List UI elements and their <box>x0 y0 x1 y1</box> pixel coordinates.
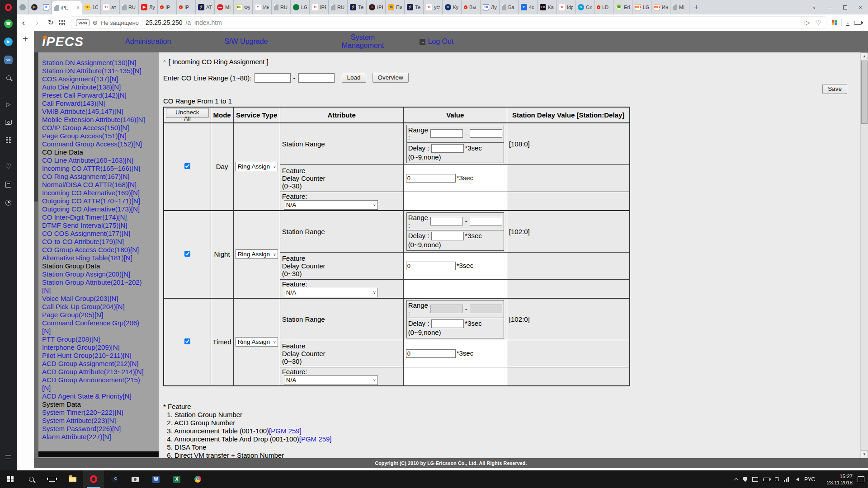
file-explorer-icon[interactable] <box>62 470 83 488</box>
tab[interactable]: ✉Пи <box>386 0 405 14</box>
nav-link[interactable]: Station DN Assignment(130)[N] <box>42 59 147 67</box>
overview-button[interactable]: Overview <box>373 73 409 83</box>
task-view-button[interactable] <box>42 470 62 488</box>
tab[interactable]: RU <box>120 0 139 14</box>
range-from-input[interactable] <box>430 129 463 138</box>
feature-delay-input[interactable] <box>406 262 456 270</box>
nav-link[interactable]: Pilot Hunt Group(210~211)[N] <box>42 352 147 360</box>
co-line-from-input[interactable] <box>255 73 291 83</box>
tab[interactable]: ●IPE <box>367 0 386 14</box>
nav-link[interactable]: Auto Dial Attribute(138)[N] <box>42 83 147 91</box>
tab[interactable]: Яуст <box>424 0 443 14</box>
service-type-select[interactable]: Ring Assign∨ <box>236 249 278 259</box>
language-indicator[interactable]: РУС <box>804 476 815 483</box>
tab[interactable]: LD <box>594 0 613 14</box>
nav-link[interactable]: System Timer(220~222)[N] <box>42 408 147 417</box>
bookmarks-icon[interactable]: ♡ <box>0 157 17 175</box>
maximize-icon[interactable] <box>837 0 853 14</box>
whatsapp-icon[interactable]: ☎ <box>0 14 17 33</box>
opera-icon[interactable] <box>83 470 104 488</box>
history-icon[interactable] <box>0 193 17 211</box>
nav-link[interactable]: Call Pick-Up Group(204)[N] <box>42 303 147 311</box>
nav-link[interactable]: Preset Call Forward(142)[N] <box>42 91 147 99</box>
tray-expand-icon[interactable] <box>735 477 738 482</box>
mode-checkbox[interactable] <box>184 163 190 169</box>
uncheck-all-button[interactable]: Uncheck All <box>166 108 209 118</box>
opera-menu-button[interactable] <box>0 0 17 14</box>
nav-link[interactable]: CO-to-CO Attribute(179)[N] <box>42 238 147 246</box>
network-icon[interactable] <box>784 477 789 482</box>
nav-link[interactable]: COS Assignment(137)[N] <box>42 75 147 83</box>
tab[interactable]: ЯIdр <box>557 0 576 14</box>
tab[interactable]: LG <box>291 0 310 14</box>
share-icon[interactable]: ▷ <box>805 19 810 27</box>
telegram-icon[interactable]: ▶ <box>0 33 17 51</box>
speed-dial-icon[interactable] <box>59 20 65 25</box>
co-line-to-input[interactable] <box>298 73 335 83</box>
tab[interactable]: FBКа <box>538 0 557 14</box>
tab[interactable]: mBLG <box>632 0 651 14</box>
pgm-link[interactable]: [PGM 259] <box>269 427 302 435</box>
service-type-select[interactable]: Ring Assign∨ <box>236 162 278 171</box>
tab[interactable]: DLФу <box>234 0 253 14</box>
reload-icon[interactable]: ↻ <box>44 19 57 27</box>
load-button[interactable]: Load <box>342 73 366 83</box>
nav-link[interactable]: Alternative Ring Table(181)[N] <box>42 254 147 262</box>
nav-link[interactable]: CO Line Attribute(160~163)[N] <box>42 156 147 164</box>
site-info-icon[interactable]: ⊕ <box>93 19 98 26</box>
nav-link[interactable]: CO/IP Group Access(150)[N] <box>42 124 147 132</box>
nav-link[interactable]: Command Group Access(152)[N] <box>42 140 147 148</box>
tab[interactable]: Вы <box>462 0 481 14</box>
battery-saver-icon[interactable] <box>854 21 862 25</box>
station-delay-input[interactable] <box>431 319 464 328</box>
nav-link[interactable]: DTMF Send Interval(175)[N] <box>42 221 147 230</box>
range-to-input[interactable] <box>470 305 502 313</box>
tab[interactable]: ⚡АТ <box>196 0 215 14</box>
tab[interactable]: 1bЛу <box>481 0 500 14</box>
my-flow-icon[interactable]: ▷ <box>0 95 17 113</box>
close-icon[interactable]: × <box>853 0 868 14</box>
steam-icon[interactable] <box>104 470 125 488</box>
nav-link[interactable]: Page Group Access(151)[N] <box>42 132 147 140</box>
nav-link[interactable]: PTT Group(208)[N] <box>42 335 147 343</box>
tab[interactable]: P4с <box>519 0 538 14</box>
defender-icon[interactable] <box>743 477 747 482</box>
scrollbar-down-icon[interactable]: ▼ <box>861 450 868 458</box>
battery-icon[interactable] <box>763 478 770 481</box>
tab[interactable]: ☎Eri <box>613 0 632 14</box>
station-delay-input[interactable] <box>431 232 464 240</box>
range-to-input[interactable] <box>470 217 502 225</box>
search-icon[interactable] <box>0 69 17 87</box>
tab[interactable]: D <box>40 0 52 14</box>
nav-link[interactable]: Voice Mail Group(203)[N] <box>42 295 147 303</box>
nav-link[interactable]: Station Group Assign(200)[N] <box>42 270 147 278</box>
tab[interactable]: ЯiPE <box>310 0 329 14</box>
extension-icon[interactable] <box>832 20 837 25</box>
nav-link[interactable]: System Attribute(223)[N] <box>42 417 147 425</box>
tab-menu-icon[interactable]: ∨ <box>807 0 822 14</box>
nav-sw-upgrade[interactable]: S/W Upgrade <box>224 38 268 46</box>
save-button[interactable]: Save <box>822 84 847 94</box>
volume-icon[interactable] <box>794 477 799 482</box>
range-from-input[interactable] <box>430 305 463 313</box>
back-icon[interactable]: ‹ <box>17 18 30 28</box>
tab[interactable] <box>17 0 28 14</box>
new-tab-button[interactable]: + <box>689 3 703 12</box>
nav-administration[interactable]: Administration <box>125 38 171 46</box>
range-from-input[interactable] <box>430 217 463 225</box>
nav-link[interactable]: VMIB Attribute(145,147)[N] <box>42 108 147 116</box>
nav-link[interactable]: Incoming CO Alternative(169)[N] <box>42 189 147 197</box>
tab[interactable]: ⚡Те <box>348 0 367 14</box>
forward-icon[interactable]: › <box>30 18 44 28</box>
tab[interactable]: ⚡Те <box>405 0 424 14</box>
start-button[interactable] <box>0 470 21 488</box>
mode-checkbox[interactable] <box>184 251 190 257</box>
search-button[interactable] <box>21 470 42 488</box>
nav-log-out[interactable]: Log Out <box>428 38 453 46</box>
nav-link[interactable]: Call Forward(143)[N] <box>42 99 147 108</box>
mode-checkbox[interactable] <box>184 338 190 344</box>
tab[interactable]: RU <box>272 0 291 14</box>
display-icon[interactable] <box>752 477 758 482</box>
nav-link[interactable]: Alarm Attribute(227)[N] <box>42 433 147 441</box>
tab[interactable]: Яат <box>101 0 120 14</box>
